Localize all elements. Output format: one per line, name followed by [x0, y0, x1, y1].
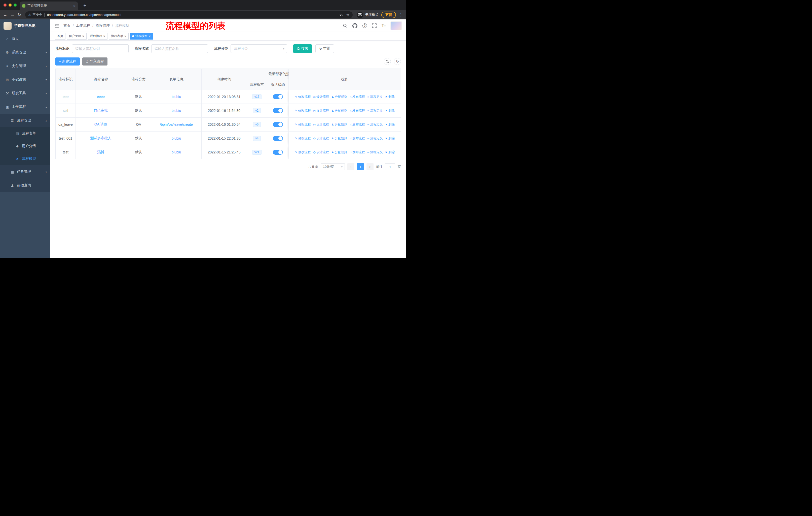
reload-button[interactable]: ↻: [18, 12, 21, 17]
tag-tenant-management[interactable]: 租户管理×: [67, 33, 87, 39]
user-avatar[interactable]: [391, 22, 402, 30]
sidebar-item-task-management[interactable]: ▦任务管理▾: [0, 165, 50, 179]
browser-tab[interactable]: 芋道管理系统 ×: [20, 1, 78, 10]
new-tab-button[interactable]: +: [82, 2, 88, 9]
delete-link[interactable]: ✖删除: [385, 123, 395, 127]
version-badge[interactable]: v17: [252, 94, 262, 99]
help-icon[interactable]: ?: [362, 23, 367, 28]
delete-link[interactable]: ✖删除: [385, 109, 395, 113]
publish-process-link[interactable]: ☝发布流程: [350, 136, 365, 141]
sidebar-item-process-management[interactable]: ≣流程管理▴: [0, 114, 50, 127]
form-info-link[interactable]: biubiu: [172, 150, 181, 154]
key-icon[interactable]: [339, 13, 343, 17]
assign-rule-link[interactable]: ♟分配规则: [331, 123, 347, 127]
goto-page-input[interactable]: [385, 163, 395, 170]
new-process-button[interactable]: + 新建流程: [55, 57, 80, 65]
sidebar-item-system-management[interactable]: ⚙系统管理▾: [0, 46, 50, 59]
address-bar[interactable]: ⚠ 不安全 dashboard.yudao.iocoder.cn/bpm/man…: [25, 11, 353, 19]
process-definition-link[interactable]: ∞流程定义: [368, 95, 383, 99]
process-name-link[interactable]: 自己审批: [94, 108, 108, 112]
font-size-icon[interactable]: TT: [382, 23, 386, 28]
publish-process-link[interactable]: ☝发布流程: [350, 95, 365, 99]
delete-link[interactable]: ✖删除: [385, 95, 395, 99]
process-name-link[interactable]: 滔博: [97, 150, 105, 154]
search-button[interactable]: 搜索: [293, 44, 312, 53]
tab-close-icon[interactable]: ×: [73, 4, 76, 8]
fullscreen-icon[interactable]: [372, 23, 377, 28]
back-button[interactable]: ←: [3, 12, 7, 17]
design-process-link[interactable]: ◎设计流程: [313, 123, 329, 127]
page-number-1[interactable]: 1: [357, 163, 364, 170]
sidebar-item-process-model[interactable]: ➤流程模型: [0, 153, 50, 165]
form-info-link[interactable]: biubiu: [172, 136, 181, 140]
process-name-link[interactable]: OA 请假: [94, 122, 107, 126]
url-text[interactable]: dashboard.yudao.iocoder.cn/bpm/manager/m…: [47, 13, 121, 17]
assign-rule-link[interactable]: ♟分配规则: [331, 136, 347, 141]
search-icon[interactable]: [343, 23, 347, 28]
design-process-link[interactable]: ◎设计流程: [313, 136, 329, 141]
design-process-link[interactable]: ◎设计流程: [313, 150, 329, 155]
sidebar-item-leave-query[interactable]: ♟请假查询: [0, 179, 50, 192]
window-close-button[interactable]: [3, 3, 6, 6]
process-name-link[interactable]: 测试多审批人: [90, 136, 112, 140]
publish-process-link[interactable]: ☝发布流程: [350, 150, 365, 155]
reset-button[interactable]: ↻ 重置: [315, 44, 334, 53]
form-info-link[interactable]: biubiu: [172, 95, 181, 99]
form-info-link[interactable]: /bpm/oa/leave/create: [160, 123, 193, 127]
process-definition-link[interactable]: ∞流程定义: [368, 109, 383, 113]
toggle-search-button[interactable]: [384, 58, 391, 65]
design-process-link[interactable]: ◎设计流程: [313, 109, 329, 113]
process-definition-link[interactable]: ∞流程定义: [368, 123, 383, 127]
tag-close-icon[interactable]: ×: [104, 34, 106, 38]
chrome-update-button[interactable]: 更新: [381, 11, 396, 18]
tag-close-icon[interactable]: ×: [124, 34, 126, 38]
security-label[interactable]: 不安全: [32, 12, 42, 17]
page-size-select[interactable]: 10条/页 ▾: [321, 163, 345, 170]
assign-rule-link[interactable]: ♟分配规则: [331, 150, 347, 155]
active-toggle[interactable]: [273, 122, 283, 127]
modify-process-link[interactable]: ✎修改流程: [295, 136, 311, 141]
delete-link[interactable]: ✖删除: [385, 150, 395, 155]
sidebar-item-workflow[interactable]: ▣工作流程▴: [0, 100, 50, 114]
assign-rule-link[interactable]: ♟分配规则: [331, 109, 347, 113]
process-name-input[interactable]: [151, 44, 208, 53]
tag-my-process[interactable]: 我的流程×: [88, 33, 108, 39]
forward-button[interactable]: →: [10, 12, 14, 17]
sidebar-item-home[interactable]: ⌂首页: [0, 32, 50, 46]
delete-link[interactable]: ✖删除: [385, 136, 395, 141]
version-badge[interactable]: v4: [253, 136, 261, 141]
window-zoom-button[interactable]: [13, 3, 17, 6]
breadcrumb-item[interactable]: 首页: [63, 23, 70, 28]
form-info-link[interactable]: biubiu: [172, 109, 181, 113]
sidebar-item-user-group[interactable]: ☻用户分组: [0, 140, 50, 153]
modify-process-link[interactable]: ✎修改流程: [295, 150, 311, 155]
breadcrumb-item[interactable]: 流程管理: [96, 23, 110, 28]
process-definition-link[interactable]: ∞流程定义: [368, 150, 383, 155]
window-minimize-button[interactable]: [8, 3, 11, 6]
active-toggle[interactable]: [273, 94, 283, 99]
version-badge[interactable]: v21: [252, 150, 262, 155]
tag-close-icon[interactable]: ×: [149, 34, 151, 38]
tag-home[interactable]: 首页: [55, 33, 65, 39]
sidebar-item-infrastructure[interactable]: ⊞基础设施▾: [0, 73, 50, 86]
version-badge[interactable]: v2: [253, 108, 261, 113]
github-icon[interactable]: [352, 23, 357, 28]
modify-process-link[interactable]: ✎修改流程: [295, 95, 311, 99]
assign-rule-link[interactable]: ♟分配规则: [331, 95, 347, 99]
process-key-input[interactable]: [72, 44, 128, 53]
publish-process-link[interactable]: ☝发布流程: [350, 123, 365, 127]
tag-close-icon[interactable]: ×: [82, 34, 84, 38]
tag-process-form[interactable]: 流程表单×: [109, 33, 128, 39]
sidebar-item-payment-management[interactable]: ¥支付管理▾: [0, 59, 50, 73]
modify-process-link[interactable]: ✎修改流程: [295, 109, 311, 113]
publish-process-link[interactable]: ☝发布流程: [350, 109, 365, 113]
process-definition-link[interactable]: ∞流程定义: [368, 136, 383, 141]
import-process-button[interactable]: ↥ 导入流程: [82, 57, 108, 65]
sidebar-item-process-form[interactable]: ▤流程表单: [0, 127, 50, 140]
tag-process-model[interactable]: 流程模型×: [130, 33, 153, 39]
prev-page-button[interactable]: ‹: [347, 163, 354, 170]
browser-menu-icon[interactable]: ⋮: [399, 12, 403, 17]
category-select[interactable]: 流程分类 ▾: [231, 44, 287, 53]
active-toggle[interactable]: [273, 136, 283, 141]
active-toggle[interactable]: [273, 150, 283, 155]
